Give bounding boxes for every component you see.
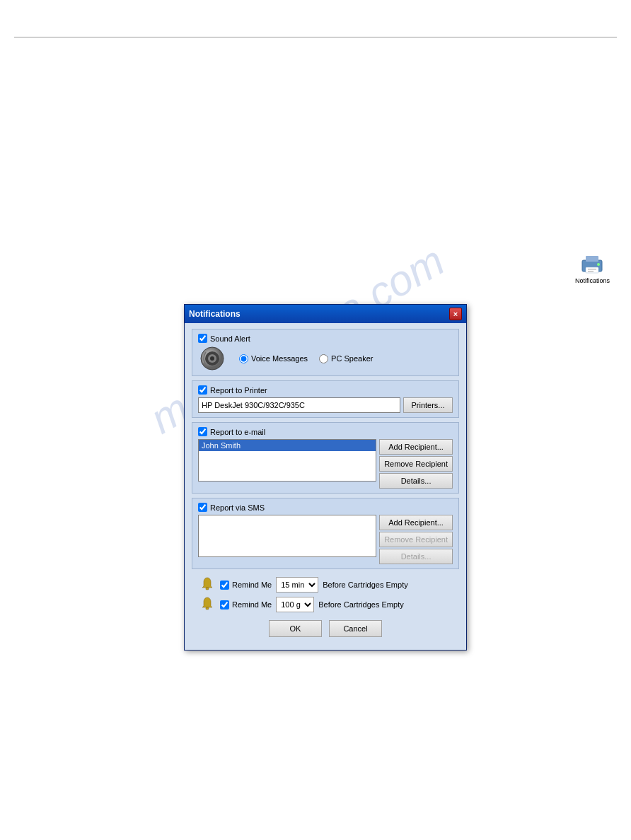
remind2-checkbox-label[interactable]: Remind Me: [220, 600, 272, 609]
cancel-button[interactable]: Cancel: [329, 620, 382, 637]
sound-alert-checkbox[interactable]: [198, 334, 207, 343]
svg-point-9: [210, 356, 214, 361]
report-sms-checkbox-label[interactable]: Report via SMS: [198, 503, 453, 512]
sound-alert-section: Sound Alert: [192, 329, 459, 376]
report-printer-checkbox[interactable]: [198, 385, 207, 395]
svg-point-3: [597, 263, 600, 266]
report-sms-section: Report via SMS Add Recipient... Remove R…: [192, 498, 459, 569]
email-recipient-buttons: Add Recipient... Remove Recipient Detail…: [379, 439, 453, 489]
notifications-dialog: Notifications × Sound Alert: [184, 304, 467, 651]
printer-row: Printers...: [198, 397, 453, 413]
remind1-select[interactable]: 5 min 10 min 15 min 30 min 1 hr: [276, 577, 318, 593]
report-email-checkbox[interactable]: [198, 427, 207, 436]
corner-icon-label: Notifications: [575, 277, 610, 284]
voice-messages-radio-label[interactable]: Voice Messages: [239, 354, 308, 363]
remind1-checkbox[interactable]: [220, 581, 229, 590]
printer-name-input[interactable]: [198, 397, 400, 413]
remind2-checkbox[interactable]: [220, 600, 229, 609]
remind2-select[interactable]: 50 g 75 g 100 g 150 g 200 g: [276, 597, 314, 612]
remind1-checkbox-label[interactable]: Remind Me: [220, 581, 272, 590]
svg-rect-1: [586, 256, 598, 262]
bell1-icon: [199, 576, 216, 593]
sms-recipient-list[interactable]: [198, 515, 376, 557]
email-recipient-item[interactable]: John Smith: [199, 440, 376, 451]
report-printer-checkbox-label[interactable]: Report to Printer: [198, 385, 453, 395]
report-printer-section: Report to Printer Printers...: [192, 380, 459, 418]
sms-add-recipient-button[interactable]: Add Recipient...: [379, 515, 453, 530]
voice-messages-radio[interactable]: [239, 354, 248, 363]
speaker-icon: [199, 346, 225, 371]
svg-rect-10: [206, 588, 209, 590]
svg-rect-11: [206, 607, 209, 609]
bell2-icon: [199, 596, 216, 613]
sms-recipient-area: Add Recipient... Remove Recipient Detail…: [198, 515, 453, 564]
printers-button[interactable]: Printers...: [403, 397, 453, 413]
sms-details-button[interactable]: Details...: [379, 549, 453, 564]
email-add-recipient-button[interactable]: Add Recipient...: [379, 439, 453, 455]
email-recipient-list[interactable]: John Smith: [198, 439, 376, 482]
remind1-suffix: Before Cartridges Empty: [323, 581, 407, 589]
dialog-window: Notifications × Sound Alert: [184, 304, 467, 651]
remind2-suffix: Before Cartridges Empty: [318, 600, 403, 609]
svg-rect-5: [588, 271, 594, 272]
reminder-section: Remind Me 5 min 10 min 15 min 30 min 1 h…: [192, 573, 459, 616]
email-recipient-area: John Smith Add Recipient... Remove Recip…: [198, 439, 453, 489]
dialog-titlebar: Notifications ×: [185, 305, 466, 323]
pc-speaker-radio[interactable]: [319, 354, 328, 363]
remind2-row: Remind Me 50 g 75 g 100 g 150 g 200 g Be…: [199, 596, 452, 613]
dialog-title: Notifications: [189, 309, 241, 319]
report-sms-checkbox[interactable]: [198, 503, 207, 512]
ok-button[interactable]: OK: [269, 620, 322, 637]
svg-rect-2: [586, 267, 598, 273]
dialog-body: Sound Alert: [185, 323, 466, 650]
sms-remove-recipient-button[interactable]: Remove Recipient: [379, 532, 453, 547]
sms-recipient-buttons: Add Recipient... Remove Recipient Detail…: [379, 515, 453, 564]
report-email-checkbox-label[interactable]: Report to e-mail: [198, 427, 453, 436]
pc-speaker-radio-label[interactable]: PC Speaker: [319, 354, 373, 363]
report-email-section: Report to e-mail John Smith Add Recipien…: [192, 422, 459, 494]
email-remove-recipient-button[interactable]: Remove Recipient: [379, 456, 453, 472]
notifications-corner-icon[interactable]: Notifications: [575, 253, 610, 284]
close-button[interactable]: ×: [449, 308, 462, 320]
sound-alert-checkbox-label[interactable]: Sound Alert: [198, 334, 453, 343]
remind1-row: Remind Me 5 min 10 min 15 min 30 min 1 h…: [199, 576, 452, 593]
dialog-footer: OK Cancel: [192, 616, 459, 643]
svg-rect-4: [588, 269, 596, 270]
printer-icon: [579, 253, 606, 276]
top-divider: [14, 37, 617, 37]
email-details-button[interactable]: Details...: [379, 473, 453, 489]
sound-options: Voice Messages PC Speaker: [199, 346, 453, 371]
